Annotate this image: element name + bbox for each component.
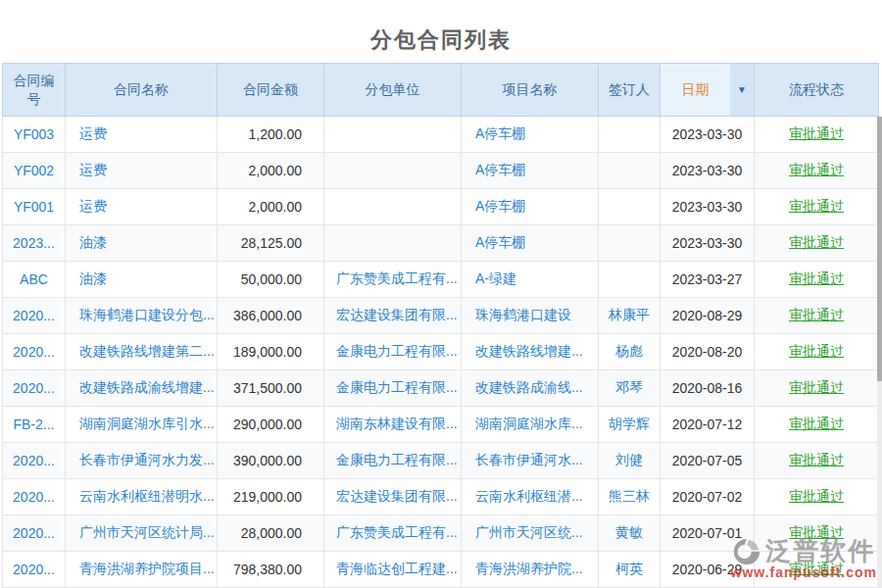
contract-name-link[interactable]: 运费	[79, 125, 107, 141]
contract-name-cell: 油漆	[66, 225, 218, 262]
status-link[interactable]: 审批通过	[789, 416, 844, 431]
column-header-contract-name[interactable]: 合同名称	[66, 64, 218, 117]
table-row: 2020... 青海洪湖养护院项目... 798,380.00 青海临达创工程建…	[3, 552, 879, 588]
contract-name-cell: 改建铁路线增建第二...	[66, 334, 218, 370]
subunit-name: 广东赞美成工程有...	[336, 524, 458, 540]
project-name: A停车棚	[475, 198, 525, 214]
column-header-signer[interactable]: 签订人	[599, 64, 661, 117]
column-label: 合同名称	[114, 81, 169, 97]
contract-name-link[interactable]: 珠海鹤港口建设分包...	[79, 307, 215, 322]
column-header-status[interactable]: 流程状态	[755, 64, 879, 117]
project-name: 改建铁路线增建...	[475, 343, 583, 359]
status-cell: 审批通过	[755, 117, 879, 153]
status-link[interactable]: 审批通过	[789, 198, 844, 214]
project-cell: 长春市伊通河水...	[462, 443, 599, 479]
sign-date: 2020-06-29	[661, 552, 755, 588]
subunit-cell	[324, 117, 462, 153]
signer-cell	[599, 153, 661, 189]
contract-name-cell: 广州市天河区统计局...	[66, 515, 218, 552]
status-link[interactable]: 审批通过	[789, 452, 844, 467]
contract-code-link[interactable]: 2020...	[13, 489, 55, 505]
column-header-project[interactable]: 项目名称	[462, 64, 599, 117]
contract-name-link[interactable]: 运费	[79, 198, 107, 214]
contract-code-link[interactable]: 2020...	[13, 344, 55, 360]
contract-name-link[interactable]: 云南水利枢纽潜明水...	[79, 488, 215, 504]
contract-code-cell: 2020...	[3, 298, 66, 334]
contract-name-link[interactable]: 改建铁路线增建第二...	[79, 343, 215, 359]
project-cell: 珠海鹤港口建设	[462, 298, 599, 334]
column-header-contract-code[interactable]: 合同编号	[3, 64, 66, 117]
contract-code-link[interactable]: FB-2...	[13, 416, 54, 432]
status-link[interactable]: 审批通过	[789, 379, 844, 395]
table-row: 2020... 改建铁路成渝线增建... 371,500.00 金康电力工程有限…	[3, 370, 879, 407]
contract-code-link[interactable]: YF001	[14, 199, 54, 215]
project-name: 广州市天河区统...	[475, 524, 583, 540]
contract-code-link[interactable]: 2023...	[13, 235, 55, 251]
subunit-cell: 金康电力工程有限...	[324, 443, 462, 479]
contract-code-link[interactable]: YF003	[14, 126, 54, 142]
subunit-cell: 广东赞美成工程有...	[324, 262, 462, 298]
subunit-cell	[324, 189, 462, 225]
contract-amount: 50,000.00	[218, 262, 324, 298]
status-link[interactable]: 审批通过	[789, 488, 844, 504]
contract-code-cell: 2020...	[3, 443, 66, 479]
contract-code-cell: YF002	[3, 153, 66, 189]
project-cell: A停车棚	[462, 153, 599, 189]
contract-code-link[interactable]: 2020...	[13, 380, 55, 396]
status-cell: 审批通过	[755, 262, 879, 298]
contract-name-link[interactable]: 改建铁路成渝线增建...	[79, 379, 215, 395]
contract-name-link[interactable]: 运费	[79, 162, 107, 177]
project-name: 湖南洞庭湖水库...	[475, 416, 583, 431]
table-row: YF001 运费 2,000.00 A停车棚 2023-03-30 审批通过	[3, 189, 879, 225]
contract-name-cell: 运费	[66, 153, 218, 189]
contract-name-link[interactable]: 青海洪湖养护院项目...	[79, 561, 215, 576]
table-row: 2020... 长春市伊通河水力发... 390,000.00 金康电力工程有限…	[3, 443, 879, 479]
column-label: 项目名称	[503, 81, 558, 97]
status-link[interactable]: 审批通过	[789, 524, 844, 540]
contract-name-link[interactable]: 油漆	[79, 234, 107, 250]
status-link[interactable]: 审批通过	[789, 307, 844, 322]
contract-amount: 2,000.00	[218, 153, 324, 189]
contract-name-link[interactable]: 油漆	[79, 270, 107, 286]
subunit-name: 湖南东林建设有限...	[336, 416, 458, 431]
contract-code-link[interactable]: 2020...	[13, 562, 55, 577]
column-header-contract-amount[interactable]: 合同金额	[218, 64, 324, 117]
contract-code-link[interactable]: YF002	[14, 163, 54, 178]
contract-code-link[interactable]: 2020...	[13, 308, 55, 323]
contract-code-cell: 2020...	[3, 370, 66, 407]
signer-name: 熊三林	[609, 488, 650, 504]
subunit-name: 金康电力工程有限...	[336, 452, 458, 467]
status-link[interactable]: 审批通过	[789, 125, 844, 141]
status-link[interactable]: 审批通过	[789, 162, 844, 177]
status-link[interactable]: 审批通过	[789, 561, 844, 576]
status-link[interactable]: 审批通过	[789, 343, 844, 359]
project-cell: 改建铁路成渝线...	[462, 370, 599, 407]
contract-name-link[interactable]: 湖南洞庭湖水库引水...	[79, 416, 215, 431]
contract-amount: 1,200.00	[218, 117, 324, 153]
sign-date: 2020-08-20	[661, 334, 755, 370]
page-title: 分包合同列表	[0, 0, 882, 55]
status-cell: 审批通过	[755, 298, 879, 334]
sign-date: 2023-03-30	[661, 189, 755, 225]
contract-code-link[interactable]: 2020...	[13, 525, 55, 541]
contract-code-link[interactable]: ABC	[20, 271, 48, 287]
signer-cell	[599, 189, 661, 225]
scrollbar-thumb[interactable]	[877, 117, 882, 381]
subunit-name: 宏达建设集团有限...	[336, 307, 458, 322]
caret-down-icon[interactable]: ▼	[730, 64, 754, 116]
contract-name-cell: 云南水利枢纽潜明水...	[66, 479, 218, 515]
subunit-cell	[324, 225, 462, 262]
project-name: 云南水利枢纽潜...	[475, 488, 583, 504]
status-cell: 审批通过	[755, 515, 879, 552]
project-cell: 云南水利枢纽潜...	[462, 479, 599, 515]
status-link[interactable]: 审批通过	[789, 270, 844, 286]
column-header-date[interactable]: 日期 ▼	[661, 64, 755, 117]
column-header-subunit[interactable]: 分包单位	[324, 64, 462, 117]
contract-name-link[interactable]: 广州市天河区统计局...	[79, 524, 215, 540]
status-link[interactable]: 审批通过	[789, 234, 844, 250]
table-row: 2020... 广州市天河区统计局... 28,000.00 广东赞美成工程有.…	[3, 515, 879, 552]
contract-name-link[interactable]: 长春市伊通河水力发...	[79, 452, 215, 467]
contract-code-link[interactable]: 2020...	[13, 453, 55, 468]
vertical-scrollbar[interactable]	[877, 117, 882, 588]
contract-name-cell: 运费	[66, 189, 218, 225]
